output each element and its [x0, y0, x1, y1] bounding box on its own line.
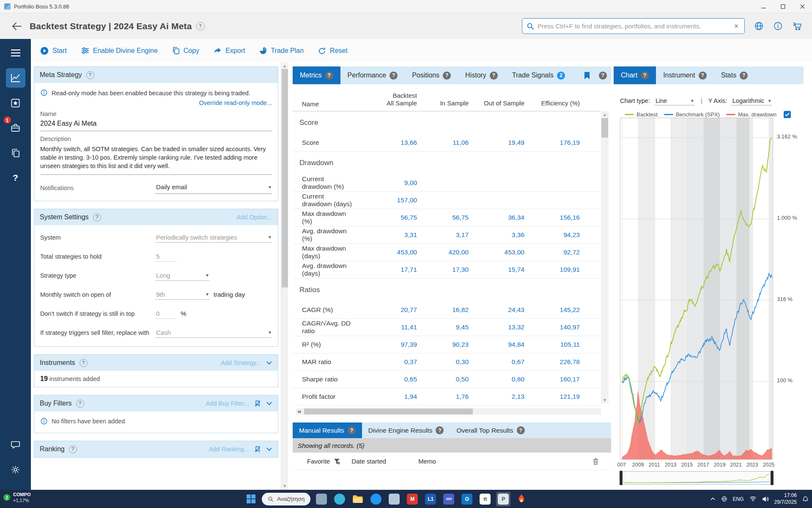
metric-row-sharpe-ratio[interactable]: Sharpe ratio0,650,500,80160,17	[293, 371, 601, 388]
stocks-widget[interactable]: 2 COMPO +1,17%	[3, 491, 31, 504]
add-buy-filter-link[interactable]: Add Buy Filter...	[206, 400, 249, 407]
scrollbar-thumb[interactable]	[304, 409, 473, 414]
folder-icon[interactable]	[351, 492, 365, 506]
chart-range-scrubber[interactable]	[620, 471, 773, 485]
help-icon[interactable]: ?	[69, 445, 77, 453]
chevron-down-icon[interactable]	[266, 401, 272, 406]
sidebar-item-feedback[interactable]	[6, 435, 25, 454]
tiktok-icon[interactable]: tt	[478, 492, 492, 506]
m365-icon[interactable]: 365	[442, 492, 456, 506]
app-gray-icon[interactable]	[387, 492, 401, 506]
start-button[interactable]	[244, 492, 258, 506]
metrics-tab-performance[interactable]: Performance?	[340, 66, 405, 84]
help-icon[interactable]: ?	[699, 72, 707, 80]
toolbar-enable-divine-engine-button[interactable]: Enable Divine Engine	[81, 47, 158, 55]
bookmark-icon[interactable]	[579, 66, 595, 84]
chevron-down-icon[interactable]	[266, 361, 272, 365]
globe-icon[interactable]	[754, 21, 764, 31]
help-icon[interactable]: ?	[436, 426, 444, 434]
sidebar-item-duplicates[interactable]	[6, 143, 25, 163]
add-strategy-link[interactable]: Add Strategy...	[221, 359, 261, 366]
description-field[interactable]: Monthly switch, all SOTM strategies. Can…	[40, 145, 272, 175]
metric-row-cagr[interactable]: CAGR (%)20,7716,8224,43145,22	[293, 301, 601, 319]
help-icon[interactable]: ?	[390, 72, 398, 80]
metric-row-r[interactable]: R² (%)97,3990,2394,84105,11	[293, 336, 601, 353]
metrics-vscrollbar[interactable]: ▲ ▼	[601, 111, 609, 403]
chart-tab-chart[interactable]: Chart?	[614, 66, 656, 84]
y-axis-select[interactable]: Logarithmic ▾	[731, 97, 772, 105]
wifi-icon[interactable]	[749, 496, 757, 502]
metric-row-avg-drawdown[interactable]: Avg. drawdown (%)3,313,173,3694,23	[293, 226, 601, 244]
help-icon[interactable]: ?	[348, 426, 356, 434]
chart-tab-instrument[interactable]: Instrument?	[656, 66, 714, 84]
override-readonly-link[interactable]: Override read-only mode...	[199, 99, 272, 106]
metric-row-mar-ratio[interactable]: MAR ratio0,370,300,67226,78	[293, 353, 601, 371]
docs-icon[interactable]: L1	[423, 492, 438, 506]
clock[interactable]: 17:06 29/7/2025	[774, 492, 797, 505]
name-field[interactable]: 2024 Easy Ai Meta	[40, 120, 272, 131]
results-tab-divine-engine-results[interactable]: Divine Engine Results?	[362, 422, 450, 438]
help-icon[interactable]: ?	[76, 400, 84, 408]
metric-row-max-drawdown-days[interactable]: Max drawdown (days)453,00420,00453,0092,…	[293, 244, 601, 261]
metric-row-score[interactable]: Score13,6611,0619,49176,19	[293, 134, 601, 152]
help-icon[interactable]: ?	[80, 359, 88, 367]
metrics-tab-metrics[interactable]: Metrics?	[293, 66, 340, 84]
toolbar-copy-button[interactable]: Copy	[172, 47, 199, 55]
close-button[interactable]	[793, 0, 812, 13]
results-tab-manual-results[interactable]: Manual Results?	[293, 422, 362, 438]
notifications-select[interactable]: Daily email ▾	[155, 182, 272, 194]
scroll-down-arrow[interactable]: ▼	[601, 397, 609, 403]
back-button[interactable]	[9, 19, 24, 33]
mail-icon[interactable]: M	[405, 492, 420, 506]
system-select[interactable]: Periodically switch strategies▾	[155, 232, 272, 243]
metrics-tab-positions[interactable]: Positions?	[405, 66, 458, 84]
settings-scrollbar[interactable]: ▲ ▼	[281, 62, 288, 490]
metric-row-current-drawdown[interactable]: Current drawdown (%)9,00	[293, 174, 601, 192]
help-icon[interactable]: ?	[490, 72, 498, 80]
toolbar-trade-plan-button[interactable]: Trade Plan	[259, 47, 304, 55]
scrubber-right-handle[interactable]	[771, 471, 774, 485]
toolbar-export-button[interactable]: Export	[214, 47, 245, 55]
volume-icon[interactable]	[762, 496, 769, 502]
portfolio-boss-icon[interactable]: P	[496, 492, 510, 506]
chart-tab-stats[interactable]: Stats?	[714, 66, 755, 84]
results-tab-overall-top-results[interactable]: Overall Top Results?	[450, 422, 531, 438]
chart-type-select[interactable]: Line ▾	[654, 97, 695, 105]
scrollbar-thumb[interactable]	[601, 118, 608, 138]
page-help-icon[interactable]: ?	[196, 22, 205, 30]
help-icon[interactable]: ?	[595, 66, 611, 84]
metric-row-avg-drawdown-days[interactable]: Avg. drawdown (days)17,7117,3015,74109,9…	[293, 261, 601, 279]
strategy-type-select[interactable]: Long▾	[155, 271, 209, 281]
minimize-button[interactable]	[754, 0, 773, 13]
don-t-switch-if-strategy-is-still-in-top-input[interactable]: 0	[155, 309, 176, 319]
file-explorer-icon[interactable]	[314, 492, 329, 506]
notifications-icon[interactable]	[802, 496, 809, 502]
sidebar-item-strategies[interactable]	[6, 93, 25, 113]
help-icon[interactable]: ?	[86, 71, 94, 79]
global-search[interactable]: ×	[522, 18, 745, 34]
metric-row-cagr-avg-dd-ratio[interactable]: CAGR/√Avg. DD ratio11,419,4513,32140,97	[293, 319, 601, 336]
sidebar-item-backtest[interactable]	[6, 68, 25, 88]
add-ranking-link[interactable]: Add Ranking...	[209, 446, 249, 453]
edge-browser-icon[interactable]	[332, 492, 347, 506]
scrubber-left-handle[interactable]	[620, 471, 623, 485]
scrollbar-thumb[interactable]	[282, 69, 288, 287]
metric-row-max-drawdown[interactable]: Max drawdown (%)56,7556,7536,34156,16	[293, 209, 601, 226]
delete-icon[interactable]	[592, 458, 599, 465]
if-strategy-triggers-sell-filter-replace-with-select[interactable]: Cash▾	[155, 328, 272, 338]
help-icon[interactable]: ?	[93, 213, 101, 221]
bookmark-slash-icon[interactable]	[254, 400, 261, 407]
search-clear-icon[interactable]: ×	[732, 22, 740, 30]
help-icon[interactable]: ?	[740, 72, 748, 80]
help-icon[interactable]: ?	[517, 426, 525, 434]
scroll-right-arrow[interactable]: ▶	[296, 409, 303, 414]
chevron-up-icon[interactable]	[710, 497, 716, 501]
maximize-button[interactable]	[773, 0, 793, 13]
max-drawdown-checkbox[interactable]	[784, 111, 791, 118]
filter-funnel-icon[interactable]	[333, 458, 340, 465]
help-icon[interactable]: ?	[443, 72, 451, 80]
cart-icon[interactable]	[792, 21, 803, 31]
toolbar-reset-button[interactable]: Reset	[318, 47, 348, 55]
info-icon[interactable]	[773, 21, 783, 31]
scroll-up-arrow[interactable]: ▲	[281, 63, 288, 69]
